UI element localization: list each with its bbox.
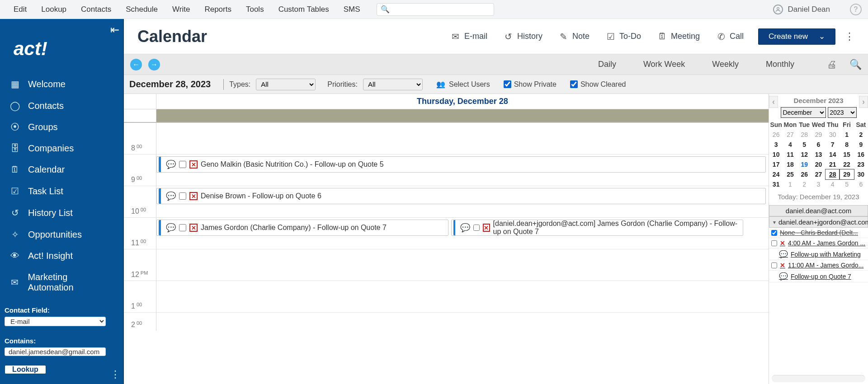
tab-work-week[interactable]: Work Week (640, 57, 689, 72)
mini-cal-day[interactable]: 16 (854, 150, 868, 159)
mini-cal-day[interactable]: 4 (826, 179, 840, 189)
task-item[interactable]: ✕11:00 AM - James Gordo... (769, 260, 868, 271)
mini-cal-day[interactable]: 30 (854, 169, 868, 179)
task-checkbox[interactable] (771, 262, 777, 268)
sidebar-item-opportunities[interactable]: ✧Opportunities (0, 224, 123, 245)
mini-cal-day[interactable]: 13 (811, 150, 826, 159)
contact-field-select[interactable]: E-mail (5, 317, 106, 326)
menu-contacts[interactable]: Contacts (74, 3, 118, 16)
mini-cal-day[interactable]: 14 (826, 150, 840, 159)
mini-cal-day[interactable]: 6 (811, 140, 826, 150)
tab-monthly[interactable]: Monthly (762, 57, 798, 72)
tab-daily[interactable]: Daily (594, 57, 620, 72)
sidebar-item-companies[interactable]: 🗄Companies (0, 138, 123, 159)
mini-cal-month-select[interactable]: December (781, 107, 826, 118)
delete-icon[interactable]: ✕ (189, 192, 198, 200)
sidebar-item-insight[interactable]: 👁Act! Insight (0, 245, 123, 267)
sidebar-item-groups[interactable]: ⦿Groups (0, 117, 123, 138)
mini-cal-day[interactable]: 18 (783, 159, 797, 169)
mini-cal-next-icon[interactable]: › (859, 96, 868, 108)
sidebar-overflow-icon[interactable]: ⋮ (110, 369, 120, 380)
show-private-checkbox[interactable]: Show Private (504, 80, 557, 89)
event-checkbox[interactable] (179, 192, 186, 200)
mini-cal-day[interactable]: 28 (797, 130, 811, 140)
create-new-button[interactable]: Create new ⌄ (758, 28, 835, 45)
show-cleared-checkbox[interactable]: Show Cleared (570, 80, 626, 89)
mini-cal-day[interactable]: 23 (854, 159, 868, 169)
mini-cal-day[interactable]: 5 (797, 140, 811, 150)
time-slot[interactable]: 800 (124, 123, 769, 155)
mini-cal-day[interactable]: 6 (854, 179, 868, 189)
mini-cal-day[interactable]: 12 (797, 150, 811, 159)
horizontal-scrollbar[interactable] (772, 375, 865, 382)
menu-reports[interactable]: Reports (197, 3, 239, 16)
global-search-input[interactable] (392, 5, 490, 13)
account-header-2[interactable]: ▾daniel.dean+jgordon@act.com (769, 216, 868, 228)
delete-icon[interactable]: ✕ (483, 224, 490, 232)
calendar-event[interactable]: 💬 ✕ Geno Malkin (Basic Nutrition Co.) - … (156, 156, 766, 173)
sidebar-item-welcome[interactable]: ▦Welcome (0, 73, 123, 95)
menu-write[interactable]: Write (165, 3, 197, 16)
mini-cal-day[interactable]: 22 (840, 159, 854, 169)
calendar-event[interactable]: 💬 ✕ [daniel.dean+jgordon@act.com] James … (451, 220, 743, 236)
action-note[interactable]: ✎Note (559, 32, 590, 42)
mini-cal-day[interactable]: 29 (811, 130, 826, 140)
mini-cal-day[interactable]: 2 (854, 130, 868, 140)
action-email[interactable]: ✉E-mail (451, 32, 487, 42)
mini-cal-year-select[interactable]: 2023 (828, 107, 857, 118)
mini-cal-day[interactable]: 15 (840, 150, 854, 159)
help-icon[interactable]: ? (850, 4, 862, 15)
time-slot[interactable]: 1000 💬 ✕ Denise Brown - Follow-up on Quo… (124, 186, 769, 218)
action-meeting[interactable]: 🗓Meeting (657, 32, 700, 42)
sidebar-item-contacts[interactable]: ◯Contacts (0, 95, 123, 117)
today-link[interactable]: Today: December 19, 2023 (769, 189, 868, 205)
mini-cal-day[interactable]: 10 (769, 150, 783, 159)
task-item[interactable]: 💬Follow-up on Quote 7 (769, 271, 868, 282)
mini-cal-day[interactable]: 19 (797, 159, 811, 169)
menu-sms[interactable]: SMS (336, 3, 368, 16)
current-user[interactable]: Daniel Dean (773, 5, 830, 14)
time-slot[interactable]: 100 (124, 281, 769, 313)
sidebar-item-task-list[interactable]: ☑Task List (0, 180, 123, 202)
event-checkbox[interactable] (473, 224, 480, 231)
task-item[interactable]: None - Chris Bedard (Delt... (769, 228, 868, 238)
lookup-button[interactable]: Lookup (5, 365, 46, 374)
search-calendar-icon[interactable]: 🔍 (849, 59, 862, 70)
task-item[interactable]: ✕4:00 AM - James Gordon ... (769, 238, 868, 248)
mini-cal-day[interactable]: 3 (769, 140, 783, 150)
more-options-link[interactable]: More Options... (0, 380, 123, 384)
header-overflow-icon[interactable]: ⋮ (844, 31, 854, 42)
mini-cal-day[interactable]: 2 (797, 179, 811, 189)
global-search[interactable]: 🔍 (377, 3, 494, 16)
calendar-next-button[interactable]: → (148, 59, 160, 70)
mini-cal-day[interactable]: 24 (769, 169, 783, 179)
time-slot[interactable]: 200 (124, 313, 769, 331)
mini-calendar[interactable]: SunMonTueWedThuFriSat 262728293012345678… (769, 120, 868, 189)
delete-icon[interactable]: ✕ (189, 160, 198, 169)
mini-cal-day[interactable]: 26 (769, 130, 783, 140)
task-item[interactable]: 💬Follow-up with Marketing (769, 248, 868, 260)
mini-cal-day[interactable]: 30 (826, 130, 840, 140)
event-checkbox[interactable] (179, 224, 186, 231)
mini-cal-day[interactable]: 31 (769, 179, 783, 189)
sidebar-item-marketing-automation[interactable]: ✉Marketing Automation (0, 267, 123, 298)
time-slot[interactable]: 12PM (124, 249, 769, 281)
mini-cal-day[interactable]: 1 (840, 130, 854, 140)
mini-cal-day[interactable]: 27 (811, 169, 826, 179)
print-icon[interactable]: 🖨 (827, 59, 837, 70)
calendar-event[interactable]: 💬 ✕ James Gordon (Charlie Company) - Fol… (156, 220, 448, 236)
mini-cal-day[interactable]: 7 (826, 140, 840, 150)
types-select[interactable]: All (256, 79, 316, 90)
mini-cal-day[interactable]: 11 (783, 150, 797, 159)
mini-cal-day[interactable]: 27 (783, 130, 797, 140)
contains-input[interactable] (5, 347, 106, 356)
sidebar-item-calendar[interactable]: 🗓Calendar (0, 159, 123, 180)
mini-cal-day[interactable]: 25 (783, 169, 797, 179)
sidebar-collapse-icon[interactable]: ⇤ (110, 23, 119, 36)
menu-schedule[interactable]: Schedule (118, 3, 165, 16)
action-history[interactable]: ↺History (504, 32, 542, 42)
mini-cal-day[interactable]: 9 (854, 140, 868, 150)
mini-cal-day[interactable]: 29 (840, 169, 854, 179)
action-todo[interactable]: ☑To-Do (606, 32, 641, 42)
account-header-1[interactable]: daniel.dean@act.com (769, 205, 868, 216)
